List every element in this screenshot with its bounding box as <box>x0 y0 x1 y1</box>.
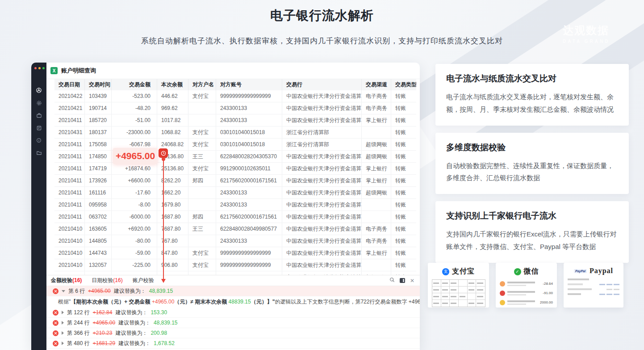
cell: 王三 <box>188 223 216 235</box>
cell: 906.80 <box>157 259 188 271</box>
placeholder-line <box>599 284 619 285</box>
dashboard-icon[interactable] <box>36 87 42 93</box>
suggested-value: 48,839.15 <box>149 288 173 294</box>
cell: 20210411 <box>54 199 85 211</box>
cell: 20210411 <box>54 114 85 126</box>
cell: 转账 <box>391 211 416 223</box>
cell: 支付宝 <box>188 139 216 150</box>
cell: 中国农业银行天津分行资金清算中心 <box>282 259 362 271</box>
cell: 1017.82 <box>157 114 188 126</box>
cell: 20210410 <box>54 235 85 247</box>
validation-row[interactable]: 第 6 行+4965.00建议替换为：48,839.15 <box>46 286 420 296</box>
expand-caret-icon[interactable] <box>62 290 65 292</box>
cell: 王三 <box>188 151 216 162</box>
cell: 支付宝 <box>188 90 216 102</box>
cell: 20210411 <box>54 163 85 174</box>
close-window-button[interactable] <box>34 67 37 69</box>
cell: 20210421 <box>54 102 85 114</box>
paypal-title: Paypal <box>590 267 613 275</box>
table-row[interactable]: 20210411161116-17.601662.20243300133中国农业… <box>54 187 416 199</box>
placeholder-line <box>599 294 619 295</box>
cell: 20210411 <box>54 151 85 162</box>
table-row[interactable]: 20210411063702-6000.001687.80郑四621756020… <box>54 211 416 223</box>
folder-icon[interactable] <box>36 150 42 156</box>
table-row[interactable]: 20210411173926+6600.008262.20郑四621756020… <box>54 175 416 187</box>
cell: 20210411 <box>54 139 85 150</box>
settings-gear-icon[interactable] <box>36 100 42 106</box>
table-row[interactable]: 20210410132057-225.00906.80支付宝9999999999… <box>54 259 416 271</box>
briefcase-icon[interactable] <box>36 113 42 118</box>
minimize-window-button[interactable] <box>38 67 41 69</box>
cell: 243300133 <box>216 235 282 247</box>
cell <box>362 127 391 138</box>
search-icon[interactable] <box>389 277 395 284</box>
cell: 99999999999999999 <box>216 247 282 259</box>
cell: 掌上银行 <box>362 175 391 186</box>
cell: 中国农业银行天津分行资金清算中心 <box>282 102 362 114</box>
expand-caret-icon[interactable] <box>62 321 64 325</box>
view-toggle-icon[interactable] <box>400 278 405 283</box>
cell: +6920.00 <box>112 223 157 235</box>
validation-tab[interactable]: 日期校验(16) <box>92 277 122 284</box>
expand-caret-icon[interactable] <box>62 311 64 314</box>
cell: -6000.00 <box>112 211 157 223</box>
validation-row[interactable]: 第 122 行+162.84建议替换为：153.30 <box>46 308 420 318</box>
validation-tab[interactable]: 金额校验(16) <box>51 277 82 284</box>
table-row[interactable]: 2021041117485030136.80王三6228480028204305… <box>54 151 416 163</box>
cell: 20210410 <box>54 223 85 235</box>
cell: 185720 <box>85 114 112 126</box>
table-row[interactable]: 20210411095958-8.001679.80243300133中国农业银… <box>54 199 416 211</box>
cell: 郑四 <box>188 175 216 186</box>
expand-caret-icon[interactable] <box>62 331 64 335</box>
cell: 6217560200001671561 <box>216 211 282 223</box>
cell: 20210411 <box>54 175 85 186</box>
brand-sub: DATA GRAND <box>563 39 610 44</box>
table-row[interactable]: 20210431180137-23000.001068.82支付宝0301010… <box>54 127 416 139</box>
table-row[interactable]: 20210410163605+6920.007687.80王三622848002… <box>54 223 416 235</box>
amount: -28.64 <box>543 282 553 286</box>
suggested-value: 1,678.52 <box>154 340 175 346</box>
expand-caret-icon[interactable] <box>62 342 64 345</box>
validation-tools: ✕ <box>389 277 414 284</box>
table-row[interactable]: 20210421190714-48.20969.62243300133中国农业银… <box>54 102 416 114</box>
feature-title: 支持识别上千家银行电子流水 <box>446 210 618 222</box>
table-row[interactable]: 20210422103439-523.00446.62支付宝9999999999… <box>54 90 416 102</box>
cell: 支付宝 <box>188 163 216 174</box>
maximize-window-button[interactable] <box>42 67 45 69</box>
table-body: 20210422103439-523.00446.62支付宝9999999999… <box>54 90 416 283</box>
table-row[interactable]: 20210411185720-51.001017.82243300133中国农业… <box>54 114 416 127</box>
cell: 中国农业银行天津分行资金清算中心 <box>282 187 362 198</box>
error-icon <box>53 310 59 316</box>
table-row[interactable]: 20210411175058-6067.9824068.82支付宝0301010… <box>54 139 416 151</box>
sheet-tab-label[interactable]: 账户明细查询 <box>61 67 96 75</box>
validation-panel: 金额校验(16)日期校验(16)账户校验 ✕ 第 6 行+4965.00建议替换… <box>46 275 420 350</box>
connector-line <box>163 160 164 279</box>
table-row[interactable]: 20210410144743-59.00847.80支付宝99999999999… <box>54 247 416 259</box>
info-icon[interactable] <box>36 138 42 143</box>
placeholder-line <box>507 282 540 286</box>
validation-row[interactable]: 第 366 行+210.23建议替换为：200.98 <box>46 328 420 338</box>
cell <box>188 187 216 198</box>
placeholder-line <box>568 283 583 285</box>
column-header: 对方户名 <box>188 79 216 90</box>
close-panel-icon[interactable]: ✕ <box>410 278 414 283</box>
cell: 174719 <box>85 163 112 174</box>
validation-row[interactable]: 第 244 行+4965.00建议替换为：48,839.15 <box>46 318 420 328</box>
column-header: 交易行 <box>282 79 362 90</box>
suggest-label: 建议替换为： <box>118 319 151 327</box>
cell: 转账 <box>391 259 416 271</box>
alipay-statement-grid <box>432 279 485 307</box>
table-row[interactable]: 20210410144805-80.00767.80243300133中国农业银… <box>54 235 416 247</box>
column-header: 本次余额 <box>157 79 188 90</box>
validation-row[interactable]: 第 480 行+1681.29建议替换为：1,678.52 <box>46 338 420 349</box>
cell: 1068.82 <box>157 127 188 138</box>
wechat-transaction-list: -28.64 -91.00 2000.00 <box>500 279 553 307</box>
amount: -91.00 <box>543 291 553 295</box>
document-icon[interactable] <box>36 125 42 131</box>
validation-tab[interactable]: 账户校验 <box>133 277 154 284</box>
alert-clock-badge[interactable] <box>159 148 168 158</box>
cell <box>188 199 216 211</box>
table-row[interactable]: 20210411174719+16874.6025136.80支付宝991290… <box>54 163 416 175</box>
cell: 掌上银行 <box>362 163 391 174</box>
column-header: 交易金额 <box>112 79 157 90</box>
